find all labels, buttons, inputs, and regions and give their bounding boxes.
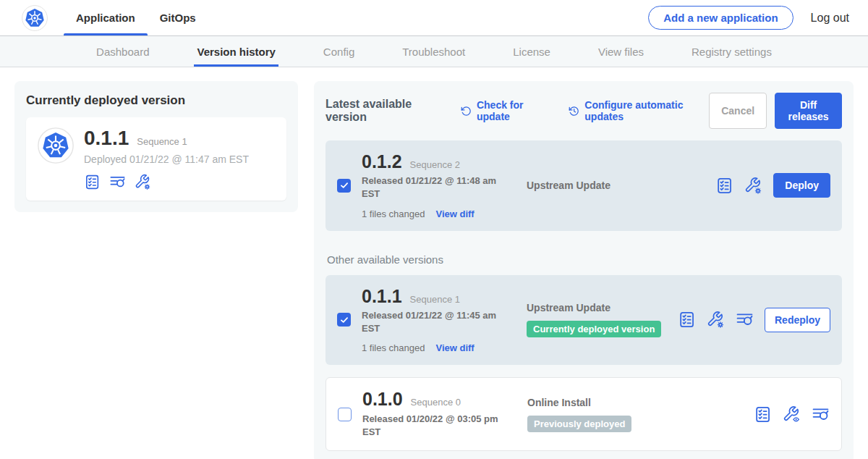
subnav-troubleshoot[interactable]: Troubleshoot (402, 36, 465, 67)
preflight-checks-icon[interactable] (812, 405, 830, 424)
subnav-registry-settings[interactable]: Registry settings (692, 36, 772, 67)
tab-gitops-label: GitOps (160, 12, 196, 24)
subnav-version-history[interactable]: Version history (197, 36, 275, 67)
add-application-button[interactable]: Add a new application (648, 6, 793, 30)
version-checkbox[interactable] (338, 408, 352, 421)
app-logo (22, 0, 48, 35)
release-notes-icon[interactable] (84, 174, 101, 190)
configure-updates-label: Configure automatic updates (584, 99, 709, 122)
subnav-version-history-label: Version history (197, 46, 275, 58)
view-diff-link[interactable]: View diff (435, 342, 474, 353)
files-changed: 1 files changed (362, 209, 425, 219)
version-source: Upstream Update (527, 302, 678, 313)
subnav-license-label: License (513, 46, 550, 58)
version-sequence: Sequence 0 (411, 397, 461, 408)
version-row-0-1-0: 0.1.0 Sequence 0 Released 01/20/22 @ 03:… (326, 377, 842, 451)
currently-deployed-badge: Currently deployed version (527, 321, 661, 337)
subnav-config-label: Config (323, 46, 354, 58)
configure-updates-link[interactable]: Configure automatic updates (569, 99, 709, 122)
version-row-0-1-1: 0.1.1 Sequence 1 Released 01/21/22 @ 11:… (326, 275, 842, 366)
subnav-view-files-label: View files (598, 46, 644, 58)
redeploy-button[interactable]: Redeploy (765, 308, 830, 332)
version-history-panel: Latest available version Check for updat… (314, 81, 854, 459)
deployed-version-box: 0.1.1 Sequence 1 Deployed 01/21/22 @ 11:… (26, 117, 286, 201)
released-timestamp: Released 01/21/22 @ 11:48 am EST (362, 174, 501, 201)
subnav-troubleshoot-label: Troubleshoot (402, 46, 465, 58)
subnav-dashboard[interactable]: Dashboard (96, 36, 149, 67)
view-config-icon[interactable] (783, 405, 801, 424)
main-content: Currently deployed version 0.1.1 Sequenc… (0, 67, 868, 459)
sub-nav: Dashboard Version history Config Trouble… (0, 36, 868, 67)
config-icon[interactable] (744, 177, 762, 195)
current-sequence: Sequence 1 (137, 136, 187, 147)
currently-deployed-card: Currently deployed version 0.1.1 Sequenc… (14, 81, 298, 212)
subnav-config[interactable]: Config (323, 36, 354, 67)
cancel-button[interactable]: Cancel (709, 93, 767, 129)
version-sequence: Sequence 2 (410, 159, 460, 170)
previously-deployed-badge: Previously deployed (527, 416, 631, 432)
released-timestamp: Released 01/20/22 @ 03:05 pm EST (362, 413, 501, 439)
version-number: 0.1.2 (362, 152, 402, 171)
files-changed: 1 files changed (362, 342, 425, 353)
subnav-registry-settings-label: Registry settings (692, 46, 772, 58)
version-checkbox[interactable] (337, 313, 351, 327)
diff-releases-button[interactable]: Diff releases (775, 93, 842, 129)
view-diff-link[interactable]: View diff (435, 209, 474, 219)
clock-refresh-icon (569, 105, 579, 117)
top-nav: Application GitOps Add a new application… (0, 0, 868, 36)
deploy-button[interactable]: Deploy (773, 173, 830, 198)
current-version-number: 0.1.1 (84, 127, 129, 148)
release-notes-icon[interactable] (715, 177, 733, 195)
preflight-checks-icon[interactable] (736, 311, 754, 329)
tab-gitops[interactable]: GitOps (148, 0, 208, 35)
panel-header: Latest available version Check for updat… (326, 93, 842, 129)
release-notes-icon[interactable] (678, 311, 696, 329)
kubernetes-icon (38, 127, 74, 164)
tab-application-label: Application (76, 12, 135, 24)
topnav-spacer (208, 0, 649, 35)
check-for-update-link[interactable]: Check for update (461, 99, 550, 122)
version-source: Online Install (527, 397, 754, 408)
config-icon[interactable] (135, 174, 151, 190)
other-versions-heading: Other available versions (327, 253, 842, 266)
version-source: Upstream Update (527, 180, 715, 191)
subnav-license[interactable]: License (513, 36, 550, 67)
subnav-view-files[interactable]: View files (598, 36, 644, 67)
check-icon (339, 315, 349, 325)
subnav-dashboard-label: Dashboard (96, 46, 149, 58)
preflight-checks-icon[interactable] (109, 174, 126, 190)
refresh-icon (461, 105, 472, 117)
currently-deployed-heading: Currently deployed version (26, 93, 286, 108)
logout-button[interactable]: Log out (811, 0, 849, 35)
version-checkbox[interactable] (337, 179, 351, 193)
tab-application[interactable]: Application (64, 0, 148, 35)
released-timestamp: Released 01/21/22 @ 11:45 am EST (362, 309, 501, 335)
deployed-timestamp: Deployed 01/21/22 @ 11:47 am EST (84, 153, 249, 165)
kubernetes-icon (22, 5, 48, 31)
release-notes-icon[interactable] (754, 405, 772, 424)
version-sequence: Sequence 1 (410, 294, 460, 305)
check-for-update-label: Check for update (477, 99, 550, 122)
latest-version-heading: Latest available version (326, 98, 442, 124)
version-row-0-1-2: 0.1.2 Sequence 2 Released 01/21/22 @ 11:… (326, 140, 842, 231)
check-icon (339, 180, 349, 190)
version-number: 0.1.1 (362, 287, 402, 306)
config-icon[interactable] (707, 311, 725, 329)
version-number: 0.1.0 (362, 389, 403, 408)
